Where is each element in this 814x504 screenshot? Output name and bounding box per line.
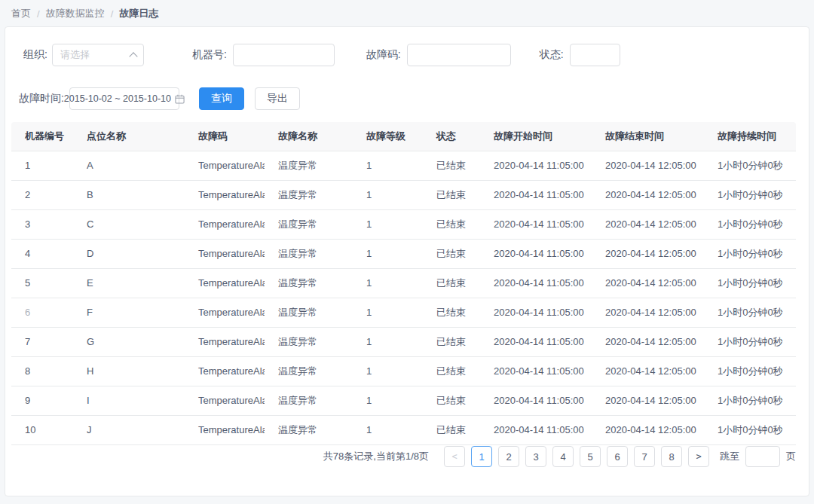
pagination-page-button-6[interactable]: 6	[607, 446, 628, 467]
cell-fault-code: TemperatureAlarm	[185, 415, 265, 444]
cell-duration: 1小时0分钟0秒	[704, 239, 796, 268]
cell-end-time: 2020-04-14 12:05:00	[592, 356, 704, 386]
cell-status: 已结束	[423, 151, 480, 180]
cell-duration: 1小时0分钟0秒	[704, 209, 796, 239]
cell-fault-name: 温度异常	[265, 239, 353, 268]
cell-fault-name: 温度异常	[265, 209, 353, 239]
table-row: 2BTemperatureAlarm温度异常1已结束2020-04-14 11:…	[11, 180, 796, 209]
cell-duration: 1小时0分钟0秒	[704, 356, 796, 386]
fault-table: 机器编号 点位名称 故障码 故障名称 故障等级 状态 故障开始时间 故障结束时间…	[11, 122, 796, 445]
table-header-row: 机器编号 点位名称 故障码 故障名称 故障等级 状态 故障开始时间 故障结束时间…	[11, 122, 796, 151]
cell-point-name: E	[73, 268, 185, 298]
cell-point-name: F	[73, 298, 185, 327]
pagination-page-button-1[interactable]: 1	[471, 446, 492, 467]
cell-end-time: 2020-04-14 12:05:00	[592, 151, 704, 180]
table-row: 7GTemperatureAlarm温度异常1已结束2020-04-14 11:…	[11, 327, 796, 356]
fault-code-label: 故障码:	[366, 48, 401, 62]
pagination-page-button-4[interactable]: 4	[552, 446, 574, 467]
cell-fault-code: TemperatureAlarm	[185, 356, 265, 386]
export-button[interactable]: 导出	[255, 87, 300, 110]
status-label: 状态:	[540, 48, 564, 62]
cell-machine-no: 9	[11, 386, 73, 415]
cell-start-time: 2020-04-14 11:05:00	[480, 356, 592, 386]
column-header-point-name: 点位名称	[73, 122, 185, 151]
cell-end-time: 2020-04-14 12:05:00	[592, 268, 704, 298]
cell-status: 已结束	[423, 268, 480, 298]
cell-duration: 1小时0分钟0秒	[704, 415, 796, 444]
pagination-jump-input[interactable]	[745, 446, 780, 467]
table-row: 10JTemperatureAlarm温度异常1已结束2020-04-14 11…	[11, 415, 796, 444]
cell-fault-level: 1	[353, 356, 423, 386]
breadcrumb-separator: /	[37, 8, 40, 20]
breadcrumb-fault-monitor[interactable]: 故障数据监控	[46, 7, 105, 20]
table-row: 6FTemperatureAlarm温度异常1已结束2020-04-14 11:…	[11, 298, 796, 327]
cell-status: 已结束	[423, 239, 480, 268]
cell-status: 已结束	[423, 327, 480, 356]
pagination-page-button-8[interactable]: 8	[661, 446, 682, 467]
fault-log-page: 首页 / 故障数据监控 / 故障日志 组织: 请选择 机器号: 故障码: 状态:…	[0, 0, 814, 496]
table-row: 5ETemperatureAlarm温度异常1已结束2020-04-14 11:…	[11, 268, 796, 298]
fault-time-range-picker[interactable]: 2015-10-02 ~ 2015-10-10	[69, 87, 179, 110]
cell-start-time: 2020-04-14 11:05:00	[480, 239, 592, 268]
org-select-placeholder: 请选择	[60, 48, 90, 62]
chevron-right-icon: >	[696, 451, 701, 463]
pagination-page-button-2[interactable]: 2	[498, 446, 519, 467]
table-row: 9ITemperatureAlarm温度异常1已结束2020-04-14 11:…	[11, 386, 796, 415]
cell-point-name: C	[73, 209, 185, 239]
cell-status: 已结束	[423, 209, 480, 239]
column-header-machine-no: 机器编号	[11, 122, 73, 151]
table-row: 4DTemperatureAlarm温度异常1已结束2020-04-14 11:…	[11, 239, 796, 268]
cell-fault-name: 温度异常	[265, 356, 353, 386]
pagination-page-button-5[interactable]: 5	[580, 446, 601, 467]
pagination-jump-suffix: 页	[786, 450, 796, 463]
cell-end-time: 2020-04-14 12:05:00	[592, 327, 704, 356]
search-button[interactable]: 查询	[199, 87, 244, 110]
cell-point-name: A	[73, 151, 185, 180]
cell-duration: 1小时0分钟0秒	[704, 151, 796, 180]
pagination-summary: 共78条记录,当前第1/8页	[323, 450, 429, 463]
machine-no-input[interactable]	[233, 44, 335, 66]
cell-point-name: I	[73, 386, 185, 415]
column-header-status: 状态	[423, 122, 480, 151]
org-label: 组织:	[23, 48, 47, 62]
filter-row-1: 组织: 请选择 机器号: 故障码: 状态:	[5, 27, 809, 66]
cell-fault-name: 温度异常	[265, 151, 353, 180]
cell-start-time: 2020-04-14 11:05:00	[480, 180, 592, 209]
pagination-page-button-7[interactable]: 7	[634, 446, 655, 467]
org-select[interactable]: 请选择	[52, 44, 144, 66]
cell-status: 已结束	[423, 180, 480, 209]
breadcrumb-home[interactable]: 首页	[11, 7, 31, 20]
cell-point-name: G	[73, 327, 185, 356]
cell-start-time: 2020-04-14 11:05:00	[480, 268, 592, 298]
pagination-page-button-3[interactable]: 3	[525, 446, 546, 467]
cell-point-name: J	[73, 415, 185, 444]
cell-point-name: D	[73, 239, 185, 268]
fault-table-wrap: 机器编号 点位名称 故障码 故障名称 故障等级 状态 故障开始时间 故障结束时间…	[11, 122, 803, 445]
cell-fault-code: TemperatureAlarm	[185, 151, 265, 180]
cell-fault-code: TemperatureAlarm	[185, 180, 265, 209]
cell-fault-code: TemperatureAlarm	[185, 268, 265, 298]
cell-fault-level: 1	[353, 415, 423, 444]
fault-time-range-value: 2015-10-02 ~ 2015-10-10	[64, 93, 171, 104]
breadcrumb: 首页 / 故障数据监控 / 故障日志	[0, 0, 814, 26]
pagination-pages: 12345678	[465, 446, 682, 467]
cell-fault-name: 温度异常	[265, 268, 353, 298]
cell-fault-name: 温度异常	[265, 180, 353, 209]
content-card: 组织: 请选择 机器号: 故障码: 状态: 故障时间: 2015-10-02 ~…	[5, 26, 809, 496]
cell-machine-no: 6	[11, 298, 73, 327]
cell-end-time: 2020-04-14 12:05:00	[592, 386, 704, 415]
cell-machine-no: 7	[11, 327, 73, 356]
fault-code-input[interactable]	[407, 44, 511, 66]
cell-machine-no: 4	[11, 239, 73, 268]
cell-fault-level: 1	[353, 209, 423, 239]
cell-end-time: 2020-04-14 12:05:00	[592, 298, 704, 327]
pagination-next-button[interactable]: >	[688, 446, 709, 467]
column-header-duration: 故障持续时间	[704, 122, 796, 151]
cell-start-time: 2020-04-14 11:05:00	[480, 151, 592, 180]
status-input[interactable]	[570, 44, 620, 66]
chevron-up-icon	[130, 53, 137, 60]
cell-start-time: 2020-04-14 11:05:00	[480, 386, 592, 415]
cell-duration: 1小时0分钟0秒	[704, 327, 796, 356]
cell-status: 已结束	[423, 386, 480, 415]
pagination-prev-button[interactable]: <	[444, 446, 465, 467]
